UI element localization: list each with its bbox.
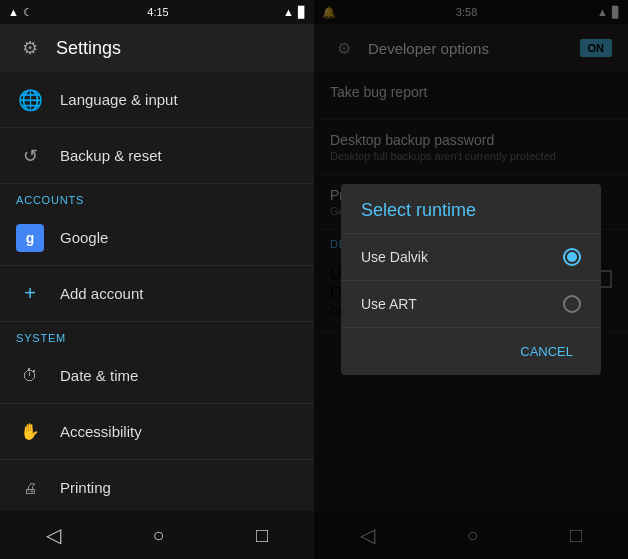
left-time: 4:15 [147,6,168,18]
accessibility-icon: ✋ [16,418,44,446]
left-app-title: Settings [56,38,121,59]
art-label: Use ART [361,296,417,312]
backup-icon: ↺ [16,142,44,170]
back-button[interactable]: ◁ [26,515,81,555]
left-status-bar: ▲ ☾ 4:15 ▲ ▊ [0,0,314,24]
recent-button[interactable]: □ [236,516,288,555]
art-radio[interactable] [563,295,581,313]
dalvik-radio[interactable] [563,248,581,266]
left-app-bar: ⚙ Settings [0,24,314,72]
google-label: Google [60,229,108,246]
backup-reset-label: Backup & reset [60,147,162,164]
date-time-label: Date & time [60,367,138,384]
printing-label: Printing [60,479,111,496]
accounts-header: ACCOUNTS [0,184,314,210]
battery-icon: ▊ [298,6,306,19]
google-item[interactable]: g Google [0,210,314,266]
settings-list: 🌐 Language & input ↺ Backup & reset ACCO… [0,72,314,511]
language-input-item[interactable]: 🌐 Language & input [0,72,314,128]
print-icon: 🖨 [16,474,44,502]
art-option[interactable]: Use ART [341,281,601,328]
cancel-button[interactable]: Cancel [504,336,589,367]
dialog-overlay: Select runtime Use Dalvik Use ART Cancel [314,0,628,559]
printing-item[interactable]: 🖨 Printing [0,460,314,511]
accessibility-label: Accessibility [60,423,142,440]
left-nav-bar: ◁ ○ □ [0,511,314,559]
home-button[interactable]: ○ [132,516,184,555]
right-panel: 🔔 3:58 ▲ ▊ ⚙ Developer options ON Take b… [314,0,628,559]
silent-icon: ☾ [23,6,33,19]
dialog-title: Select runtime [341,184,601,234]
dalvik-label: Use Dalvik [361,249,428,265]
wifi-icon: ▲ [283,6,294,18]
language-icon: 🌐 [16,86,44,114]
dalvik-option[interactable]: Use Dalvik [341,234,601,281]
accessibility-item[interactable]: ✋ Accessibility [0,404,314,460]
left-panel: ▲ ☾ 4:15 ▲ ▊ ⚙ Settings 🌐 Language & inp… [0,0,314,559]
system-header: SYSTEM [0,322,314,348]
settings-icon: ⚙ [16,34,44,62]
backup-reset-item[interactable]: ↺ Backup & reset [0,128,314,184]
language-input-label: Language & input [60,91,178,108]
add-account-label: Add account [60,285,143,302]
clock-icon: ⏱ [16,362,44,390]
left-status-icons: ▲ ☾ [8,6,33,19]
left-right-icons: ▲ ▊ [283,6,306,19]
sim-icon: ▲ [8,6,19,18]
dialog-actions: Cancel [341,328,601,375]
add-icon: + [16,280,44,308]
add-account-item[interactable]: + Add account [0,266,314,322]
date-time-item[interactable]: ⏱ Date & time [0,348,314,404]
google-icon: g [16,224,44,252]
select-runtime-dialog: Select runtime Use Dalvik Use ART Cancel [341,184,601,375]
